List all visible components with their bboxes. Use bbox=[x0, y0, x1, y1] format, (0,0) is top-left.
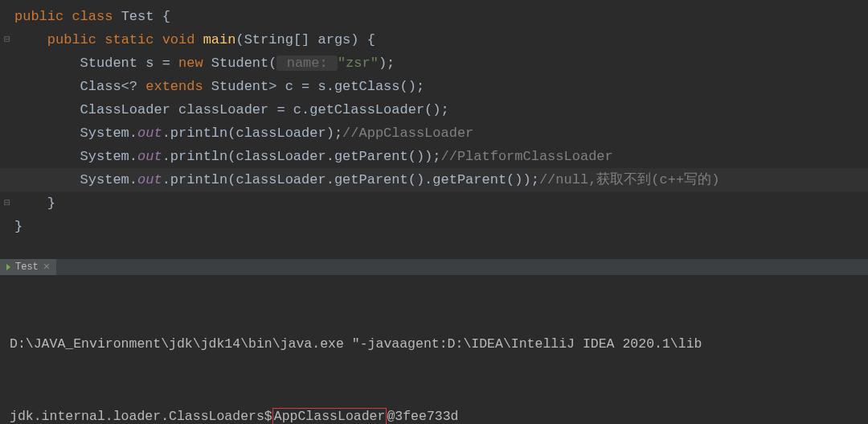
highlight-box: AppClassLoader bbox=[272, 408, 387, 424]
parameter-hint: name: bbox=[276, 56, 337, 71]
console-line: D:\JAVA_Environment\jdk\jdk14\bin\java.e… bbox=[10, 332, 858, 356]
console-output[interactable]: D:\JAVA_Environment\jdk\jdk14\bin\java.e… bbox=[0, 276, 868, 424]
code-line[interactable]: ClassLoader classLoader = c.getClassLoad… bbox=[0, 98, 868, 121]
code-line[interactable]: ⊟ } bbox=[0, 191, 868, 215]
code-line[interactable]: Class<? extends Student> c = s.getClass(… bbox=[0, 75, 868, 98]
code-text: Class<? extends Student> c = s.getClass(… bbox=[14, 79, 424, 94]
code-text: Student s = new Student( name: "zsr"); bbox=[14, 56, 395, 71]
code-line[interactable]: Student s = new Student( name: "zsr"); bbox=[0, 51, 868, 75]
gutter-icon bbox=[0, 5, 14, 28]
gutter-icon bbox=[0, 98, 14, 121]
code-text: System.out.println(classLoader);//AppCla… bbox=[14, 126, 473, 141]
run-tab-test[interactable]: Test × bbox=[0, 259, 56, 275]
code-text: public static void main(String[] args) { bbox=[14, 32, 375, 47]
fold-icon[interactable]: ⊟ bbox=[0, 28, 14, 51]
code-text: ClassLoader classLoader = c.getClassLoad… bbox=[14, 102, 449, 117]
gutter-icon bbox=[0, 145, 14, 168]
gutter-icon bbox=[0, 51, 14, 75]
code-line[interactable]: public class Test { bbox=[0, 5, 868, 28]
fold-icon[interactable]: ⊟ bbox=[0, 191, 14, 215]
run-tabbar: Test × bbox=[0, 259, 868, 276]
console-line: jdk.internal.loader.ClassLoaders$AppClas… bbox=[10, 405, 858, 424]
code-line[interactable]: ⊟ public static void main(String[] args)… bbox=[0, 28, 868, 51]
code-text: } bbox=[14, 219, 23, 234]
gutter-icon bbox=[0, 215, 14, 238]
code-line[interactable]: System.out.println(classLoader.getParent… bbox=[0, 168, 868, 191]
code-text: public class Test { bbox=[14, 9, 170, 24]
code-line[interactable]: System.out.println(classLoader.getParent… bbox=[0, 145, 868, 168]
code-text: System.out.println(classLoader.getParent… bbox=[14, 149, 613, 164]
code-editor[interactable]: public class Test { ⊟ public static void… bbox=[0, 0, 868, 259]
gutter-icon bbox=[0, 168, 14, 191]
code-line[interactable]: } bbox=[0, 215, 868, 238]
close-icon[interactable]: × bbox=[43, 261, 50, 273]
run-tab-label: Test bbox=[15, 261, 39, 273]
gutter-icon bbox=[0, 121, 14, 145]
gutter-icon bbox=[0, 75, 14, 98]
code-line[interactable]: System.out.println(classLoader);//AppCla… bbox=[0, 121, 868, 145]
code-text: } bbox=[14, 196, 55, 211]
code-text: System.out.println(classLoader.getParent… bbox=[14, 172, 719, 187]
run-arrow-icon bbox=[6, 264, 10, 270]
